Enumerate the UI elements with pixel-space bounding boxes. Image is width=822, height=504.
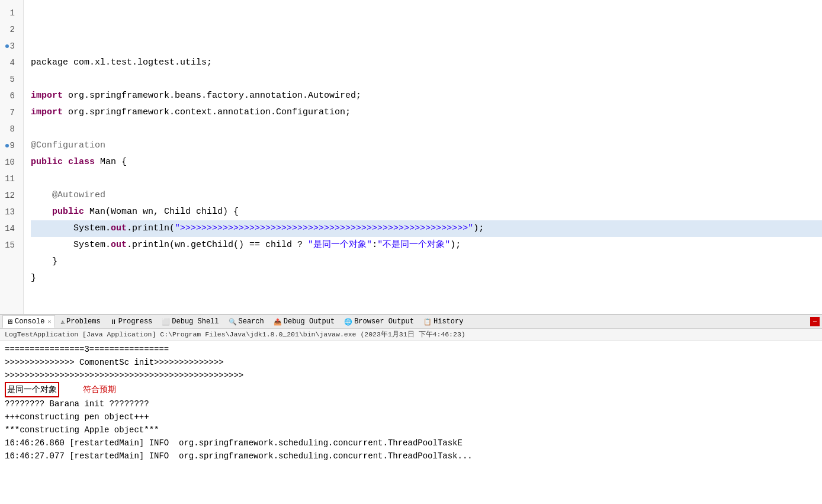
tab-browser-output[interactable]: 🌐Browser Output <box>340 315 418 328</box>
tab-close-console[interactable]: ✕ <box>47 318 51 325</box>
console-output[interactable]: ================3================>>>>>>>… <box>0 341 822 504</box>
tab-debug-shell[interactable]: ⬜Debug Shell <box>158 315 223 328</box>
tab-progress[interactable]: ⏸Progress <box>106 315 157 328</box>
status-bar: LogTestApplication [Java Application] C:… <box>0 329 822 341</box>
debug-output-icon: 📤 <box>274 318 282 326</box>
console-line-line8: 16:46:26.860 [restartedMain] INFO org.sp… <box>5 436 817 450</box>
progress-icon: ⏸ <box>110 318 117 326</box>
code-scrollbar[interactable] <box>0 314 822 314</box>
tab-label-search: Search <box>239 317 264 326</box>
tab-label-problems: Problems <box>66 317 101 326</box>
debug-shell-icon: ⬜ <box>162 318 170 326</box>
console-line-line9: 16:46:27.077 [restartedMain] INFO org.sp… <box>5 450 817 463</box>
console-line-line1: ================3================ <box>5 343 817 356</box>
highlighted-text: 是同一个对象 <box>5 382 59 397</box>
tab-label-debug-shell: Debug Shell <box>172 317 219 326</box>
code-editor: 123456789101112131415 package com.xl.tes… <box>0 0 822 314</box>
tab-label-progress: Progress <box>118 317 153 326</box>
console-line-line6: +++constructing pen object+++ <box>5 410 817 423</box>
console-line-line7: ***constructing Apple object*** <box>5 423 817 436</box>
console-line-line2: >>>>>>>>>>>>>> ComonentSc init>>>>>>>>>>… <box>5 356 817 369</box>
problems-icon: ⚠ <box>60 318 65 326</box>
tab-label-browser-output: Browser Output <box>354 317 414 326</box>
remark-text: 符合预期 <box>83 383 116 396</box>
console-icon: 🖥 <box>7 318 13 326</box>
line-numbers: 123456789101112131415 <box>0 0 24 314</box>
tab-label-history: History <box>434 317 463 326</box>
tab-problems[interactable]: ⚠Problems <box>56 315 104 328</box>
status-text: LogTestApplication [Java Application] C:… <box>5 330 465 338</box>
search-icon: 🔍 <box>229 318 237 326</box>
minimize-button[interactable]: ─ <box>810 317 820 326</box>
history-icon: 📋 <box>423 318 432 326</box>
console-line-line5: ???????? Barana init ???????? <box>5 397 817 410</box>
code-content[interactable]: package com.xl.test.logtest.utils;import… <box>24 0 822 314</box>
tab-search[interactable]: 🔍Search <box>224 315 268 328</box>
code-area: 123456789101112131415 package com.xl.tes… <box>0 0 822 314</box>
console-line-line3: >>>>>>>>>>>>>>>>>>>>>>>>>>>>>>>>>>>>>>>>… <box>5 369 817 382</box>
tab-label-console: Console <box>15 317 44 326</box>
tab-debug-output[interactable]: 📤Debug Output <box>269 315 339 328</box>
bottom-panel: 🖥Console✕⚠Problems⏸Progress⬜Debug Shell🔍… <box>0 314 822 504</box>
tab-console[interactable]: 🖥Console✕ <box>2 315 55 328</box>
tab-bar: 🖥Console✕⚠Problems⏸Progress⬜Debug Shell🔍… <box>0 314 822 329</box>
browser-output-icon: 🌐 <box>344 318 352 326</box>
panel-controls: ─ <box>810 317 820 326</box>
tab-label-debug-output: Debug Output <box>284 317 335 326</box>
tab-history[interactable]: 📋History <box>419 315 467 328</box>
console-line-line4: 是同一个对象符合预期 <box>5 382 817 397</box>
